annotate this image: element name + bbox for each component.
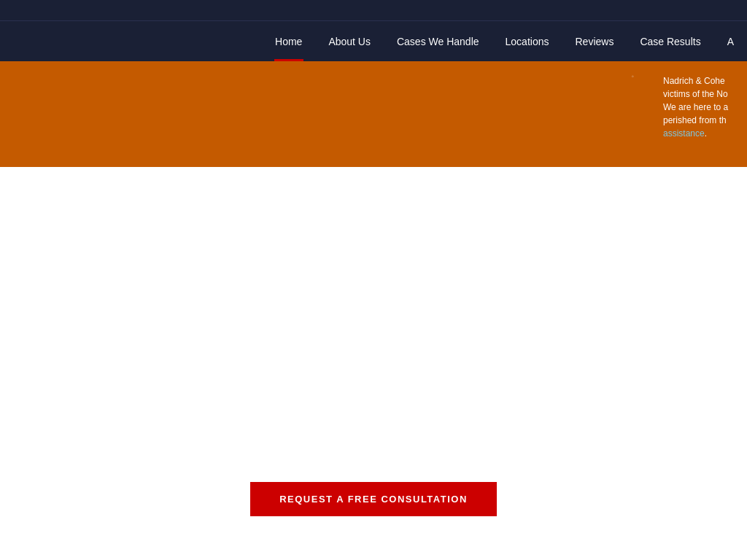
banner-line-1: Nadrich & Cohe: [663, 76, 725, 86]
nav-item-home[interactable]: Home: [262, 21, 315, 61]
nav-item-more[interactable]: A: [714, 21, 747, 61]
nav-item-about[interactable]: About Us: [315, 21, 384, 61]
banner-line-2: victims of the No: [663, 89, 728, 99]
banner-text: Nadrich & Cohe victims of the No We are …: [663, 61, 747, 153]
consultation-button[interactable]: REQUEST A FREE CONSULTATION: [250, 482, 497, 516]
nav-items: Home About Us Cases We Handle Locations …: [262, 21, 747, 61]
bullet-dot: ◦: [631, 72, 634, 80]
top-bar: [0, 0, 747, 20]
banner-line-4: perished from th: [663, 115, 727, 125]
banner-line-3: We are here to a: [663, 102, 728, 112]
main-content: REQUEST A FREE CONSULTATION: [0, 167, 747, 560]
nav-item-cases[interactable]: Cases We Handle: [384, 21, 492, 61]
banner-link[interactable]: assistance: [663, 128, 705, 139]
nav-item-reviews[interactable]: Reviews: [562, 21, 627, 61]
nav-item-locations[interactable]: Locations: [492, 21, 562, 61]
nav-item-case-results[interactable]: Case Results: [627, 21, 713, 61]
orange-banner: ◦ Nadrich & Cohe victims of the No We ar…: [0, 61, 747, 167]
navigation-bar: Home About Us Cases We Handle Locations …: [0, 20, 747, 61]
